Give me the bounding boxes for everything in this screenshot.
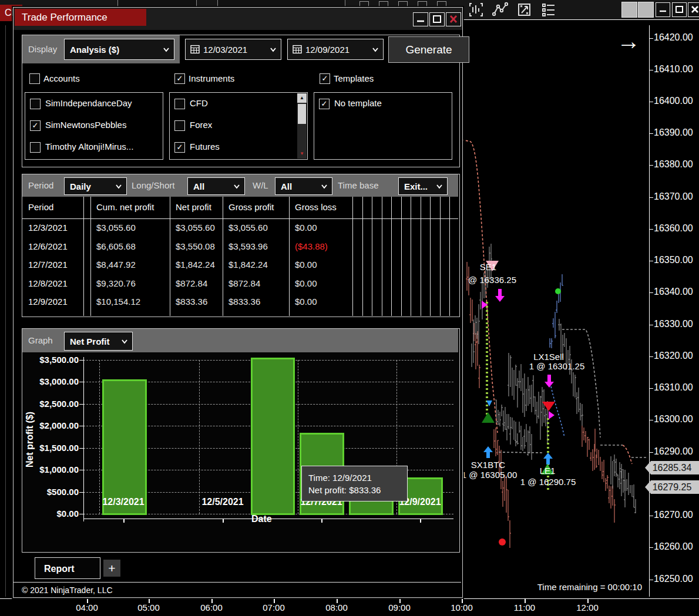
account-item-checkbox[interactable]	[30, 99, 41, 109]
price-axis-label: 16420.00	[654, 32, 699, 43]
instrument-item-checkbox[interactable]: ✓	[174, 142, 185, 153]
x-tick-label: 12/5/2021	[190, 497, 255, 507]
instrument-item[interactable]: CFD	[170, 99, 307, 113]
table-cell: $0.00	[295, 278, 317, 288]
table-cell: $3,055.60	[176, 223, 215, 233]
accounts-checkbox[interactable]	[29, 73, 40, 84]
title-bar[interactable]: Trade Performance	[14, 8, 462, 30]
graph-label: Graph	[28, 335, 53, 345]
x-axis-title: Date	[251, 514, 272, 524]
account-item[interactable]: ✓SimNewtonsPebbles	[25, 120, 163, 134]
table-cell: $3,593.96	[228, 241, 268, 251]
table-cell: $3,550.08	[176, 241, 215, 251]
instrument-item[interactable]: ✓Futures	[170, 142, 307, 156]
time-axis-label: 07:00	[256, 602, 291, 612]
price-axis-label: 16370.00	[654, 191, 699, 202]
instrument-item-label: Forex	[190, 120, 212, 130]
timebase-label: Time base	[338, 180, 378, 190]
period-bar: Period Daily Long/Short All W/L All Time…	[22, 174, 458, 197]
price-axis-label: 16400.00	[654, 96, 699, 106]
date-to-picker[interactable]: 12/09/2021	[287, 39, 384, 60]
date-from-picker[interactable]: 12/03/2021	[185, 39, 281, 60]
account-item-checkbox[interactable]	[30, 142, 41, 153]
close-button[interactable]	[446, 12, 461, 26]
period-dropdown[interactable]: Daily	[64, 177, 127, 195]
wl-dropdown[interactable]: All	[275, 177, 332, 195]
column-header[interactable]: Net profit	[176, 202, 211, 212]
window-title: Trade Performance	[15, 9, 146, 26]
marker-label-le1: LE1	[540, 466, 556, 476]
time-axis-label: 11:00	[507, 602, 542, 612]
display-label: Display	[28, 44, 57, 54]
instruments-list[interactable]: ▲ ▼ CFDForex✓FuturesIndex	[169, 92, 308, 160]
y-tick-label: $2,500.00	[25, 399, 79, 409]
price-axis-label: 16270.00	[654, 510, 699, 520]
template-item[interactable]: ✓No template	[314, 99, 452, 113]
display-dropdown[interactable]: Analysis ($)	[64, 39, 174, 60]
minimize-button[interactable]	[413, 12, 428, 26]
table-cell: 12/9/2021	[28, 297, 68, 307]
column-header[interactable]: Gross loss	[295, 202, 337, 212]
time-axis-label: 10:00	[444, 602, 479, 612]
table-cell: 12/3/2021	[28, 223, 68, 233]
template-item-checkbox[interactable]: ✓	[319, 99, 330, 109]
period-label: Period	[28, 180, 53, 190]
timebase-dropdown[interactable]: Exit...	[398, 177, 448, 195]
table-cell: $6,605.68	[96, 241, 136, 251]
add-tab-button[interactable]: +	[103, 560, 120, 577]
tab-report[interactable]: Report	[35, 557, 100, 579]
table-cell: $9,320.76	[96, 278, 136, 288]
table-cell: $872.84	[228, 278, 260, 288]
account-item-checkbox[interactable]: ✓	[30, 120, 41, 131]
chart-tooltip: Time: 12/9/2021 Net profit: $833.36	[301, 466, 408, 501]
templates-checkbox[interactable]: ✓	[320, 73, 330, 84]
table-cell: $872.84	[176, 278, 207, 288]
marker-label-sx1-price: 1 @ 16305.00	[462, 470, 517, 480]
marker-label-sx1: SX1BTC	[471, 460, 505, 470]
wl-label: W/L	[253, 180, 268, 190]
instruments-label: Instruments	[189, 73, 234, 83]
price-axis-label: 16350.00	[654, 255, 699, 265]
maximize-button[interactable]	[429, 12, 445, 26]
longshort-dropdown[interactable]: All	[187, 177, 245, 195]
account-item-label: SimNewtonsPebbles	[45, 120, 126, 130]
results-groupbox: Period Daily Long/Short All W/L All Time…	[22, 174, 460, 317]
time-axis-label: 04:00	[69, 602, 105, 612]
column-header[interactable]: Cum. net profit	[96, 202, 154, 212]
generate-button[interactable]: Generate	[388, 36, 469, 63]
price-badge: 16285.34	[645, 461, 699, 474]
instrument-item-label: Futures	[190, 142, 220, 152]
account-item[interactable]: SimIndependanceDay	[25, 99, 163, 113]
column-header[interactable]: Gross profit	[228, 202, 274, 212]
net-profit-bar[interactable]	[251, 358, 295, 515]
templates-list[interactable]: ✓No template	[314, 92, 452, 160]
graph-bar: Graph Net Profit	[22, 329, 458, 352]
instrument-item-checkbox[interactable]	[174, 99, 185, 109]
price-axis-label: 16300.00	[654, 414, 699, 425]
y-tick-label: $3,500.00	[25, 355, 79, 365]
instruments-checkbox[interactable]: ✓	[174, 73, 185, 84]
net-profit-bar[interactable]	[102, 379, 147, 515]
net-profit-plot: Net profit ($) Date $0.00$500.00$1,000.0…	[22, 352, 458, 551]
price-badge: 16279.25	[645, 480, 699, 494]
column-header[interactable]: Period	[28, 202, 53, 212]
y-tick-label: $1,500.00	[25, 443, 79, 453]
table-cell: $3,055.60	[228, 223, 268, 233]
accounts-list[interactable]: SimIndependanceDay✓SimNewtonsPebblesTimo…	[25, 92, 163, 160]
time-axis-label: 09:00	[382, 602, 417, 612]
instrument-item[interactable]: Forex	[170, 120, 307, 134]
y-tick-label: $500.00	[25, 487, 79, 497]
time-axis-label: 06:00	[194, 602, 229, 612]
results-table: PeriodCum. net profitNet profitGross pro…	[22, 197, 458, 316]
instrument-item-checkbox[interactable]	[174, 120, 185, 131]
account-item-label: SimIndependanceDay	[45, 98, 132, 109]
table-cell: $1,842.24	[176, 260, 215, 270]
account-item[interactable]: Timothy Altonji!Mirus...	[25, 142, 163, 156]
price-axis-label: 16290.00	[654, 446, 699, 457]
longshort-label: Long/Short	[132, 180, 174, 190]
price-axis-label: 16340.00	[654, 287, 699, 297]
table-cell: $833.36	[228, 297, 260, 307]
graph-dropdown[interactable]: Net Profit	[64, 332, 133, 351]
instrument-item-label: CFD	[190, 98, 208, 109]
graph-groupbox: Graph Net Profit Net profit ($) Date $0.…	[22, 328, 460, 553]
